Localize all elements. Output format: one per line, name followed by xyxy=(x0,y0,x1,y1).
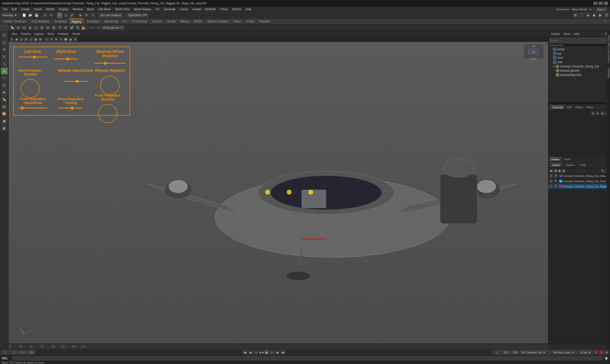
prev-frame-btn[interactable]: ◀ xyxy=(248,350,253,355)
wheels-rot-circle[interactable] xyxy=(100,76,119,95)
gamma-dropdown[interactable]: sRGB gamma ▼ xyxy=(101,25,125,30)
loop-btn[interactable]: ↻ xyxy=(593,350,598,355)
play-back-btn[interactable]: ◄◄ xyxy=(259,350,264,355)
frame-current-input[interactable] xyxy=(10,350,18,354)
menu-create[interactable]: Create xyxy=(19,7,31,12)
shelf-icon-10[interactable]: ⊕ xyxy=(63,25,69,30)
outliner-front[interactable]: 🎥 front xyxy=(548,56,610,60)
extra1-btn[interactable]: ◉ xyxy=(1,117,8,124)
menu-select[interactable]: Select xyxy=(32,7,44,12)
save-scene-icon[interactable]: 💾 xyxy=(34,13,39,18)
menu-edit[interactable]: Edit xyxy=(10,7,19,12)
vp-tool-12[interactable]: 🎨 xyxy=(64,37,68,41)
menu-editmesh[interactable]: Edit Mesh xyxy=(96,7,113,12)
layer-v2[interactable]: V xyxy=(549,179,553,183)
viewport-menu-panels[interactable]: Panels xyxy=(71,32,82,36)
move-tool-btn[interactable]: ✛ xyxy=(1,46,8,53)
menu-cache[interactable]: Cache xyxy=(178,7,190,12)
layer-p3[interactable]: P xyxy=(554,184,558,188)
layers-next-btn[interactable]: ◀ xyxy=(554,169,557,173)
steering-slider[interactable] xyxy=(94,63,125,64)
vp-tool-6[interactable]: ▦ xyxy=(33,37,38,41)
minimize-button[interactable]: ─ xyxy=(593,2,598,5)
render-icon[interactable]: 🎬 xyxy=(604,13,609,18)
tab-add[interactable]: + xyxy=(603,19,609,24)
sign-in-button[interactable]: Sign In xyxy=(596,7,607,12)
object-tab[interactable]: Object xyxy=(573,105,585,109)
auto-key-btn[interactable]: K xyxy=(599,350,604,355)
vp-tool-11[interactable]: ✛ xyxy=(59,37,63,41)
display-tab[interactable]: Display xyxy=(549,157,562,161)
select-tool-btn[interactable]: ↖ xyxy=(1,32,8,39)
tab-rendering[interactable]: Rendering xyxy=(102,19,120,24)
measure-btn[interactable]: 📏 xyxy=(1,96,8,103)
help-layers-tab[interactable]: Help xyxy=(579,163,588,167)
range-end-input[interactable] xyxy=(502,350,510,354)
tab-vray[interactable]: V-Ray xyxy=(244,19,256,24)
menu-generate[interactable]: Generate xyxy=(162,7,178,12)
tab-motion-graphics[interactable]: Motion Graphics xyxy=(205,19,231,24)
redo-icon[interactable]: ↪ xyxy=(49,13,54,18)
scale-icon[interactable]: ⤡ xyxy=(90,13,95,18)
show-menu-btn[interactable]: Show xyxy=(563,32,571,36)
shelf-icon-4[interactable]: ◈ xyxy=(28,25,33,30)
menu-redshift[interactable]: Redshift xyxy=(203,7,217,12)
vp-tool-3[interactable]: ◎ xyxy=(19,37,23,41)
help-menu-btn[interactable]: Help xyxy=(573,32,581,36)
shelf-icon-5[interactable]: ⬡ xyxy=(33,25,39,30)
view-cube-front-label[interactable]: front xyxy=(524,57,543,61)
mel-command-input[interactable] xyxy=(12,356,602,360)
fps-dropdown[interactable]: 24 fps ▼ xyxy=(579,350,593,355)
result-btn[interactable]: 📋 xyxy=(604,356,608,360)
shelf-icon-11[interactable]: 🔗 xyxy=(69,25,74,30)
layers-tab[interactable]: Layers xyxy=(550,163,562,167)
tab-mash[interactable]: MASH xyxy=(192,19,205,24)
menu-file[interactable]: File xyxy=(1,7,9,12)
edit-tab[interactable]: Edit xyxy=(565,105,573,109)
rotate-icon[interactable]: ↻ xyxy=(84,13,89,18)
tab-custom[interactable]: Custom xyxy=(150,19,164,24)
shelf-icon-13[interactable]: 📐 xyxy=(81,25,86,30)
channel-icon-2[interactable]: ✎ xyxy=(596,111,599,115)
display-menu-btn[interactable]: Display xyxy=(550,32,561,36)
view-cube[interactable]: top top front xyxy=(524,44,543,59)
tab-curves-surfaces[interactable]: Curves / Surfaces xyxy=(1,19,28,24)
layer-rigged[interactable]: V P Concept_Futuristic_Flying_Car_Rigged xyxy=(548,184,610,189)
universal-tool-btn[interactable]: ⊛ xyxy=(1,68,8,74)
shelf-icon-3[interactable]: ◎ xyxy=(21,25,27,30)
menu-help[interactable]: Help xyxy=(244,7,253,12)
settings-btn[interactable]: ⚙ xyxy=(604,350,609,355)
layer-v3[interactable]: V xyxy=(549,184,553,188)
pivot-btn[interactable]: ⊙ xyxy=(1,82,8,89)
goto-end-btn[interactable]: ▶| xyxy=(281,350,286,355)
front-prop-turn-slider[interactable] xyxy=(59,108,83,108)
layers-nav3[interactable]: ▶ xyxy=(558,169,562,173)
vp-tool-4[interactable]: ⊞ xyxy=(24,37,28,41)
shelf-icon-1[interactable]: 🦴 xyxy=(10,25,15,30)
snap-point-icon[interactable]: ◈ xyxy=(585,13,590,18)
menu-uv[interactable]: UV xyxy=(153,7,161,12)
outliner-hscroll[interactable] xyxy=(548,44,610,46)
vp-tool-14[interactable]: ⊕ xyxy=(73,37,77,41)
close-button[interactable]: ✕ xyxy=(604,2,608,5)
shelf-icon-8[interactable]: ⊠ xyxy=(51,25,56,30)
panel-divider[interactable] xyxy=(548,102,610,104)
move-icon[interactable]: ⊕ xyxy=(78,13,83,18)
layers-prev-btn[interactable]: ◀ xyxy=(549,169,553,173)
layer-v1[interactable]: V xyxy=(549,174,553,178)
play-forward-btn[interactable]: ▶ xyxy=(264,350,269,355)
menu-display[interactable]: Display xyxy=(57,7,70,12)
layer-p1[interactable]: P xyxy=(554,174,558,178)
tab-xgen[interactable]: XGen xyxy=(231,19,243,24)
viewport-menu-renderer[interactable]: Renderer xyxy=(57,32,69,36)
snap-surface-icon[interactable]: ◉ xyxy=(591,13,597,18)
layer-p2[interactable]: P xyxy=(554,179,558,183)
grid-btn[interactable]: ⊞ xyxy=(1,103,8,110)
outliner-persp[interactable]: 🎥 persp xyxy=(548,47,610,52)
outliner-car-group[interactable]: ▶ G Concept_Futuristic_Flying_Car xyxy=(548,64,610,69)
scale-tool-btn[interactable]: ⤡ xyxy=(1,61,8,67)
maximize-button[interactable]: □ xyxy=(598,2,603,5)
tab-fx[interactable]: FX xyxy=(121,19,129,24)
view-cube-top-label[interactable]: top xyxy=(524,44,543,48)
layers-nav4[interactable]: ▶ xyxy=(562,169,566,173)
